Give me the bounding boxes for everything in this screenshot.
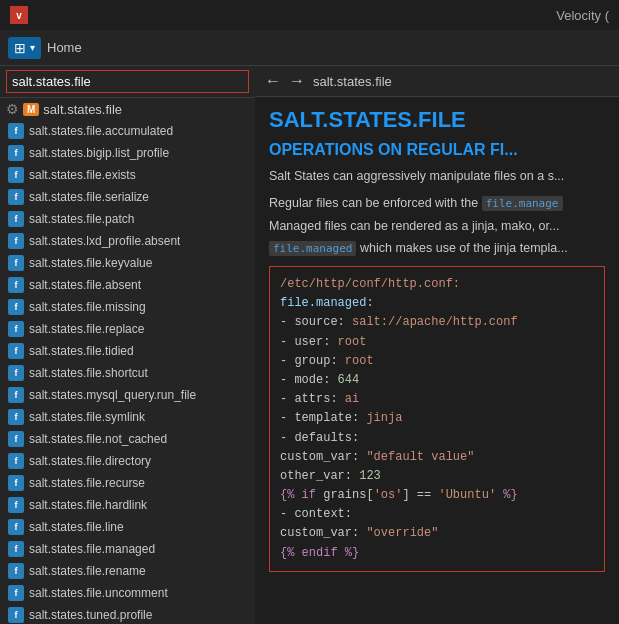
module-badge: M [23, 103, 39, 116]
list-item[interactable]: f salt.states.file.accumulated [0, 120, 255, 142]
item-icon: f [8, 277, 24, 293]
list-item[interactable]: f salt.states.file.recurse [0, 472, 255, 494]
content-body: SALT.STATES.FILE OPERATIONS ON REGULAR F… [255, 97, 619, 624]
item-icon: f [8, 321, 24, 337]
item-icon: f [8, 409, 24, 425]
item-icon: f [8, 431, 24, 447]
item-label: salt.states.file.line [29, 520, 124, 534]
item-icon: f [8, 123, 24, 139]
list-item[interactable]: f salt.states.lxd_profile.absent [0, 230, 255, 252]
inline-code-1: file.manage [482, 196, 563, 211]
app-icon: v [10, 6, 28, 24]
content-tab-title: salt.states.file [313, 74, 392, 89]
item-icon: f [8, 145, 24, 161]
doc-text4: which makes use of the jinja templa... [360, 241, 568, 255]
doc-main-title: SALT.STATES.FILE [269, 107, 605, 133]
list-header-title: salt.states.file [43, 102, 122, 117]
toolbar: ⊞ ▾ Home [0, 30, 619, 66]
doc-text4-line: file.managed which makes use of the jinj… [269, 239, 605, 258]
sidebar: ⚙ M salt.states.file f salt.states.file.… [0, 66, 255, 624]
item-label: salt.states.lxd_profile.absent [29, 234, 180, 248]
item-icon: f [8, 475, 24, 491]
item-icon: f [8, 167, 24, 183]
item-icon: f [8, 541, 24, 557]
doc-subtitle: OPERATIONS ON REGULAR FI... [269, 141, 605, 159]
item-label: salt.states.file.shortcut [29, 366, 148, 380]
list-item[interactable]: f salt.states.file.replace [0, 318, 255, 340]
list-item[interactable]: f salt.states.file.patch [0, 208, 255, 230]
dropdown-arrow-icon: ▾ [30, 42, 35, 53]
nav-back-button[interactable]: ← [265, 72, 281, 90]
doc-text1: Salt States can aggressively manipulate … [269, 167, 605, 186]
list-item[interactable]: f salt.states.file.missing [0, 296, 255, 318]
item-label: salt.states.mysql_query.run_file [29, 388, 196, 402]
list-item[interactable]: f salt.states.file.absent [0, 274, 255, 296]
gear-icon: ⚙ [6, 101, 19, 117]
item-label: salt.states.bigip.list_profile [29, 146, 169, 160]
item-label: salt.states.file.replace [29, 322, 144, 336]
item-icon: f [8, 519, 24, 535]
item-label: salt.states.file.absent [29, 278, 141, 292]
item-label: salt.states.file.recurse [29, 476, 145, 490]
content-panel: ← → salt.states.file SALT.STATES.FILE OP… [255, 66, 619, 624]
item-icon: f [8, 299, 24, 315]
item-label: salt.states.file.accumulated [29, 124, 173, 138]
item-label: salt.states.file.missing [29, 300, 146, 314]
item-label: salt.states.file.symlink [29, 410, 145, 424]
list-item[interactable]: f salt.states.bigip.list_profile [0, 142, 255, 164]
item-label: salt.states.file.keyvalue [29, 256, 152, 270]
list-item[interactable]: f salt.states.file.not_cached [0, 428, 255, 450]
item-label: salt.states.file.tidied [29, 344, 134, 358]
list-item[interactable]: f salt.states.tuned.profile [0, 604, 255, 624]
list-item[interactable]: f salt.states.file.uncomment [0, 582, 255, 604]
item-label: salt.states.file.directory [29, 454, 151, 468]
list-header: ⚙ M salt.states.file [0, 98, 255, 120]
doc-text2: Regular files can be enforced with the [269, 196, 478, 210]
search-box-container [0, 66, 255, 98]
app-title: Velocity ( [556, 8, 609, 23]
doc-text2-line: Regular files can be enforced with the f… [269, 194, 605, 213]
item-icon: f [8, 233, 24, 249]
grid-icon: ⊞ [14, 40, 26, 56]
search-input[interactable] [6, 70, 249, 93]
item-icon: f [8, 607, 24, 623]
item-icon: f [8, 211, 24, 227]
item-list[interactable]: f salt.states.file.accumulated f salt.st… [0, 120, 255, 624]
item-label: salt.states.file.hardlink [29, 498, 147, 512]
list-item[interactable]: f salt.states.file.serialize [0, 186, 255, 208]
list-item[interactable]: f salt.states.file.symlink [0, 406, 255, 428]
view-toggle-button[interactable]: ⊞ ▾ [8, 37, 41, 59]
main-layout: ⚙ M salt.states.file f salt.states.file.… [0, 66, 619, 624]
list-item[interactable]: f salt.states.file.tidied [0, 340, 255, 362]
item-icon: f [8, 453, 24, 469]
item-label: salt.states.file.managed [29, 542, 155, 556]
list-item[interactable]: f salt.states.file.exists [0, 164, 255, 186]
list-item[interactable]: f salt.states.file.managed [0, 538, 255, 560]
nav-forward-button[interactable]: → [289, 72, 305, 90]
home-tab: Home [47, 40, 82, 55]
item-icon: f [8, 189, 24, 205]
item-label: salt.states.tuned.profile [29, 608, 152, 622]
item-label: salt.states.file.uncomment [29, 586, 168, 600]
item-icon: f [8, 255, 24, 271]
list-item[interactable]: f salt.states.file.hardlink [0, 494, 255, 516]
item-icon: f [8, 343, 24, 359]
titlebar: v Velocity ( [0, 0, 619, 30]
item-icon: f [8, 497, 24, 513]
list-item[interactable]: f salt.states.file.directory [0, 450, 255, 472]
item-label: salt.states.file.exists [29, 168, 136, 182]
list-item[interactable]: f salt.states.file.rename [0, 560, 255, 582]
inline-code-2: file.managed [269, 241, 356, 256]
item-icon: f [8, 365, 24, 381]
content-nav: ← → salt.states.file [255, 66, 619, 97]
item-icon: f [8, 563, 24, 579]
list-item[interactable]: f salt.states.file.line [0, 516, 255, 538]
list-item[interactable]: f salt.states.mysql_query.run_file [0, 384, 255, 406]
item-label: salt.states.file.not_cached [29, 432, 167, 446]
item-label: salt.states.file.rename [29, 564, 146, 578]
list-item[interactable]: f salt.states.file.shortcut [0, 362, 255, 384]
item-label: salt.states.file.serialize [29, 190, 149, 204]
list-item[interactable]: f salt.states.file.keyvalue [0, 252, 255, 274]
item-icon: f [8, 585, 24, 601]
item-icon: f [8, 387, 24, 403]
